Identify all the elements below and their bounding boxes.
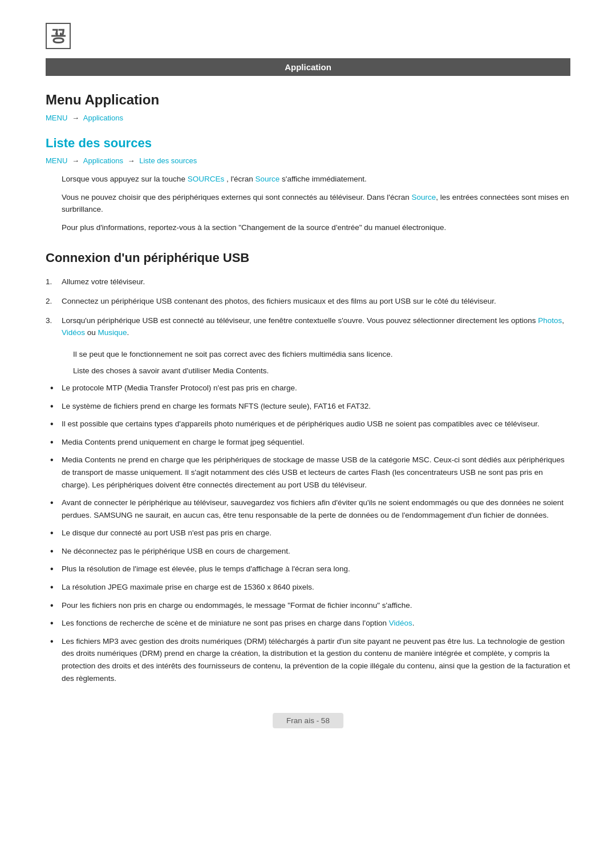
step3-musique: Musique bbox=[98, 328, 127, 337]
liste-des-sources-breadcrumb: MENU → Applications → Liste des sources bbox=[46, 156, 570, 165]
step3-videos: Vidéos bbox=[62, 328, 85, 337]
step3-photos: Photos bbox=[538, 316, 562, 325]
bullet2-text: Le système de fichiers prend en charge l… bbox=[62, 402, 371, 410]
step-2: 2. Connectez un périphérique USB contena… bbox=[46, 295, 570, 308]
bullet-list: Le protocole MTP (Media Transfer Protoco… bbox=[46, 382, 570, 684]
step3-num: 3. bbox=[46, 314, 52, 327]
bullet-10: La résolution JPEG maximale prise en cha… bbox=[46, 581, 570, 594]
bullet-9: Plus la résolution de l'image est élevée… bbox=[46, 563, 570, 575]
bullet7-text: Le disque dur connecté au port USB n'est… bbox=[62, 529, 271, 537]
breadcrumb2-applications: Applications bbox=[83, 156, 123, 165]
liste-paragraph2: Vous ne pouvez choisir que des périphéri… bbox=[62, 191, 570, 216]
step3-prefix: Lorsqu'un périphérique USB est connecté … bbox=[62, 316, 538, 325]
para1-suffix: s'affiche immédiatement. bbox=[279, 175, 366, 183]
bullet-2: Le système de fichiers prend en charge l… bbox=[46, 400, 570, 413]
step3-ou: ou bbox=[85, 328, 98, 337]
bullet9-text: Plus la résolution de l'image est élevée… bbox=[62, 564, 350, 573]
bullet-8: Ne déconnectez pas le périphérique USB e… bbox=[46, 545, 570, 558]
para1-prefix: Lorsque vous appuyez sur la touche bbox=[62, 175, 188, 183]
page-icon: 꾱 bbox=[46, 23, 71, 49]
breadcrumb-applications: Applications bbox=[83, 114, 123, 122]
connexion-usb-section: Connexion d'un périphérique USB 1. Allum… bbox=[46, 251, 570, 684]
bullet-5: Media Contents ne prend en charge que le… bbox=[46, 454, 570, 491]
liste-paragraph1: Lorsque vous appuyez sur la touche SOURC… bbox=[62, 173, 570, 186]
liste-des-sources-section: Liste des sources MENU → Applications → … bbox=[46, 136, 570, 233]
step1-num: 1. bbox=[46, 276, 52, 288]
bullet3-text: Il est possible que certains types d'app… bbox=[62, 420, 540, 428]
step1-text: Allumez votre téléviseur. bbox=[62, 277, 145, 286]
breadcrumb2-arrow2: → bbox=[128, 156, 135, 165]
menu-application-breadcrumb: MENU → Applications bbox=[46, 114, 570, 122]
bullet12-prefix: Les fonctions de recherche de scène et d… bbox=[62, 619, 389, 627]
section-header-bar: Application bbox=[46, 58, 570, 76]
footer: Fran ais - 58 bbox=[273, 713, 343, 728]
bullet-4: Media Contents prend uniquement en charg… bbox=[46, 436, 570, 449]
bullet5-text: Media Contents ne prend en charge que le… bbox=[62, 455, 565, 489]
liste-des-sources-title: Liste des sources bbox=[46, 136, 570, 151]
bullet-6: Avant de connecter le périphérique au té… bbox=[46, 497, 570, 521]
sub-paragraph-1: Il se peut que le fonctionnement ne soit… bbox=[73, 348, 570, 361]
liste-paragraph3: Pour plus d'informations, reportez-vous … bbox=[62, 221, 570, 234]
step2-num: 2. bbox=[46, 295, 52, 308]
bullet13-text: Les fichiers MP3 avec gestion des droits… bbox=[62, 637, 570, 683]
bullet-1: Le protocole MTP (Media Transfer Protoco… bbox=[46, 382, 570, 394]
para1-middle: , l'écran bbox=[224, 175, 255, 183]
sub-paragraph-2: Liste des choses à savoir avant d'utilis… bbox=[73, 365, 570, 377]
para2-source-link: Source bbox=[411, 193, 436, 201]
bullet-13: Les fichiers MP3 avec gestion des droits… bbox=[46, 635, 570, 684]
step3-comma1: , bbox=[562, 316, 564, 325]
bullet12-videos-link: Vidéos bbox=[389, 619, 412, 627]
bullet-12: Les fonctions de recherche de scène et d… bbox=[46, 617, 570, 630]
numbered-steps: 1. Allumez votre téléviseur. 2. Connecte… bbox=[46, 276, 570, 338]
para1-source-link: Source bbox=[256, 175, 280, 183]
bullet-11: Pour les fichiers non pris en charge ou … bbox=[46, 599, 570, 612]
connexion-usb-title: Connexion d'un périphérique USB bbox=[46, 251, 570, 265]
bullet-7: Le disque dur connecté au port USB n'est… bbox=[46, 527, 570, 539]
step3-suffix: . bbox=[127, 328, 129, 337]
bullet6-text: Avant de connecter le périphérique au té… bbox=[62, 498, 564, 519]
breadcrumb2-liste: Liste des sources bbox=[139, 156, 197, 165]
menu-application-section: Menu Application MENU → Applications bbox=[46, 92, 570, 122]
bullet10-text: La résolution JPEG maximale prise en cha… bbox=[62, 583, 314, 591]
para2-prefix: Vous ne pouvez choisir que des périphéri… bbox=[62, 193, 411, 201]
breadcrumb2-menu: MENU bbox=[46, 156, 67, 165]
header-title: Application bbox=[285, 62, 331, 72]
breadcrumb-arrow: → bbox=[72, 114, 79, 122]
step-1: 1. Allumez votre téléviseur. bbox=[46, 276, 570, 288]
breadcrumb-menu: MENU bbox=[46, 114, 67, 122]
para1-sources-link: SOURCEs bbox=[188, 175, 225, 183]
bullet12-suffix: . bbox=[412, 619, 415, 627]
bullet-3: Il est possible que certains types d'app… bbox=[46, 418, 570, 430]
bullet4-text: Media Contents prend uniquement en charg… bbox=[62, 438, 305, 446]
step-3: 3. Lorsqu'un périphérique USB est connec… bbox=[46, 314, 570, 339]
breadcrumb2-arrow1: → bbox=[72, 156, 79, 165]
bullet1-text: Le protocole MTP (Media Transfer Protoco… bbox=[62, 384, 297, 392]
bullet11-text: Pour les fichiers non pris en charge ou … bbox=[62, 601, 412, 610]
step2-text: Connectez un périphérique USB contenant … bbox=[62, 297, 496, 305]
bullet8-text: Ne déconnectez pas le périphérique USB e… bbox=[62, 547, 290, 555]
footer-text: Fran ais - 58 bbox=[286, 716, 330, 725]
menu-application-title: Menu Application bbox=[46, 92, 570, 108]
